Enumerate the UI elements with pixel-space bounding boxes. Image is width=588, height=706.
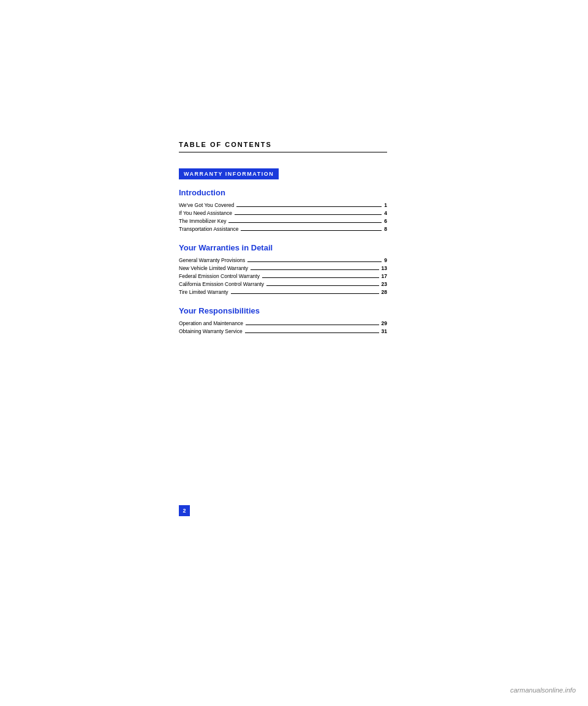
toc-entry[interactable]: New Vehicle Limited Warranty 13 xyxy=(179,265,387,271)
toc-page: 17 xyxy=(382,273,387,279)
toc-page: 31 xyxy=(382,328,387,334)
toc-dots xyxy=(228,222,382,223)
toc-entry[interactable]: Federal Emission Control Warranty 17 xyxy=(179,273,387,279)
toc-entry-label: Transportation Assistance xyxy=(179,226,238,232)
toc-entry[interactable]: We've Got You Covered 1 xyxy=(179,202,387,208)
section-heading-responsibilities: Your Responsibilities xyxy=(179,306,387,315)
toc-entry[interactable]: Obtaining Warranty Service 31 xyxy=(179,328,387,334)
toc-page: 13 xyxy=(382,265,387,271)
toc-entry-label: The Immobilizer Key xyxy=(179,218,226,224)
toc-title: TABLE OF CONTENTS xyxy=(179,141,387,148)
toc-entry-label: If You Need Assistance xyxy=(179,210,232,216)
toc-dots xyxy=(231,293,379,294)
toc-entry[interactable]: If You Need Assistance 4 xyxy=(179,210,387,216)
page: TABLE OF CONTENTS WARRANTY INFORMATION I… xyxy=(0,0,588,706)
toc-entry-label: Operation and Maintenance xyxy=(179,320,243,326)
toc-dots xyxy=(241,230,382,231)
toc-entry-label: Obtaining Warranty Service xyxy=(179,328,243,334)
toc-page: 28 xyxy=(382,289,387,295)
content-area: TABLE OF CONTENTS WARRANTY INFORMATION I… xyxy=(179,141,387,345)
toc-page: 8 xyxy=(384,226,387,232)
toc-dots xyxy=(262,277,379,278)
section-heading-introduction: Introduction xyxy=(179,188,387,197)
toc-dots xyxy=(236,206,382,207)
toc-entry-label: California Emission Control Warranty xyxy=(179,281,264,287)
toc-divider xyxy=(179,152,387,152)
section-responsibilities: Your Responsibilities Operation and Main… xyxy=(179,306,387,334)
toc-entry-label: Federal Emission Control Warranty xyxy=(179,273,260,279)
toc-page: 23 xyxy=(382,281,387,287)
toc-page: 29 xyxy=(382,320,387,326)
toc-dots xyxy=(266,285,379,286)
toc-entry-label: Tire Limited Warranty xyxy=(179,289,228,295)
page-number-badge: 2 xyxy=(179,505,190,516)
section-introduction: Introduction We've Got You Covered 1 If … xyxy=(179,188,387,232)
toc-dots xyxy=(246,325,379,325)
toc-entry-label: We've Got You Covered xyxy=(179,202,234,208)
section-heading-warranties: Your Warranties in Detail xyxy=(179,243,387,252)
toc-entry[interactable]: Tire Limited Warranty 28 xyxy=(179,289,387,295)
toc-dots xyxy=(251,269,379,270)
toc-page: 1 xyxy=(384,202,387,208)
toc-page: 4 xyxy=(384,210,387,216)
toc-entry[interactable]: General Warranty Provisions 9 xyxy=(179,257,387,263)
toc-entry[interactable]: The Immobilizer Key 6 xyxy=(179,218,387,224)
warranty-badge: WARRANTY INFORMATION xyxy=(179,168,279,179)
toc-dots xyxy=(247,261,382,262)
toc-dots xyxy=(235,214,382,215)
toc-entry[interactable]: California Emission Control Warranty 23 xyxy=(179,281,387,287)
toc-entry-label: General Warranty Provisions xyxy=(179,257,245,263)
toc-page: 9 xyxy=(384,257,387,263)
section-warranties: Your Warranties in Detail General Warran… xyxy=(179,243,387,295)
toc-dots xyxy=(245,332,379,333)
toc-entry[interactable]: Transportation Assistance 8 xyxy=(179,226,387,232)
toc-page: 6 xyxy=(384,218,387,224)
watermark: carmanualsonline.info xyxy=(510,686,576,694)
toc-entry-label: New Vehicle Limited Warranty xyxy=(179,265,248,271)
toc-entry[interactable]: Operation and Maintenance 29 xyxy=(179,320,387,326)
